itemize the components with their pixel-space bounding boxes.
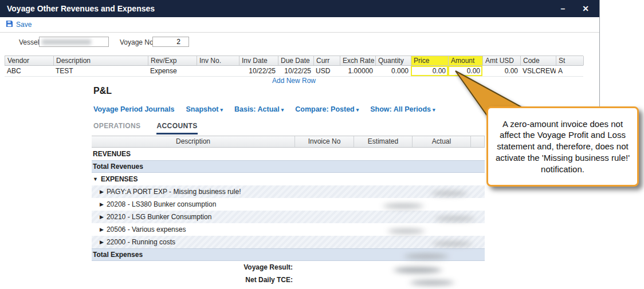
save-icon: [6, 20, 13, 29]
expand-icon[interactable]: ▶: [100, 214, 104, 220]
pnl-header-row: Description Invoice No Estimated Actual: [92, 136, 485, 148]
toolbar: Save: [0, 17, 599, 33]
pnl-title: P&L: [93, 86, 112, 96]
pnl-row-revenues: REVENUES: [92, 148, 485, 160]
column-header-quantity[interactable]: Quantity: [376, 56, 411, 65]
column-header-st[interactable]: St: [556, 56, 584, 65]
column-header-revexp[interactable]: Rev/Exp: [148, 56, 197, 65]
minimize-button[interactable]: –: [560, 0, 565, 17]
collapse-icon[interactable]: ▼: [93, 176, 98, 182]
column-header-price-highlighted[interactable]: Price: [411, 56, 449, 65]
column-header-exchrate[interactable]: Exch Rate: [340, 56, 376, 65]
pnl-column-invoiceno: Invoice No: [295, 136, 354, 147]
chevron-down-icon: ▾: [356, 107, 359, 113]
vessel-label: Vessel: [19, 38, 39, 46]
callout-text: A zero-amount invoice does not affect th…: [494, 118, 631, 175]
cell-amount-highlighted[interactable]: 0.00: [448, 66, 482, 76]
invoice-header-row: Vendor Description Rev/Exp Inv No. Inv D…: [5, 56, 583, 66]
cell-invdate[interactable]: 10/22/25: [239, 66, 278, 76]
tab-operations[interactable]: OPERATIONS: [93, 122, 140, 134]
cell-duedate[interactable]: 10/22/25: [278, 66, 313, 76]
chevron-down-icon: ▾: [281, 107, 284, 113]
column-header-invdate[interactable]: Inv Date: [239, 56, 278, 65]
cell-code[interactable]: VSLCREW: [520, 66, 556, 76]
menu-snapshot[interactable]: Snapshot▾: [186, 105, 222, 113]
column-header-vendor[interactable]: Vendor: [5, 56, 54, 65]
cell-revexp[interactable]: Expense: [148, 66, 197, 76]
cell-st[interactable]: A: [556, 66, 583, 76]
pnl-column-actual: Actual: [413, 136, 471, 147]
pnl-menu: Voyage Period Journals Snapshot▾ Basis: …: [93, 105, 435, 113]
cell-vendor[interactable]: ABC: [5, 66, 53, 76]
expand-icon[interactable]: ▶: [100, 227, 104, 232]
expand-icon[interactable]: ▶: [100, 201, 104, 207]
pnl-row-expenses[interactable]: ▼EXPENSES: [92, 173, 485, 185]
save-button[interactable]: Save: [6, 20, 32, 29]
pnl-row-total-revenues: Total Revenues: [92, 160, 485, 173]
voyage-no-input[interactable]: [152, 37, 189, 47]
column-header-amount-highlighted[interactable]: Amount: [449, 56, 483, 65]
app-window: Voyage Other Revenues and Expenses – ✕ S…: [0, 0, 600, 106]
column-header-curr[interactable]: Curr: [314, 56, 340, 65]
invoice-table: Vendor Description Rev/Exp Inv No. Inv D…: [5, 56, 583, 77]
expand-icon[interactable]: ▶: [100, 239, 104, 245]
callout: A zero-amount invoice does not affect th…: [486, 106, 639, 187]
pnl-tabs: OPERATIONS ACCOUNTS: [93, 122, 198, 134]
pnl-column-extra: [471, 136, 485, 147]
window-titlebar[interactable]: Voyage Other Revenues and Expenses – ✕: [0, 0, 599, 17]
cell-quantity[interactable]: 0.000: [375, 66, 411, 76]
cell-exchrate[interactable]: 1.00000: [340, 66, 375, 76]
pnl-column-estimated: Estimated: [354, 136, 413, 147]
invoice-row: ABC TEST Expense 10/22/25 10/22/25 USD 1…: [5, 66, 583, 77]
column-header-description[interactable]: Description: [54, 56, 148, 65]
form-row: Vessel Voyage No.: [0, 35, 599, 49]
window-title: Voyage Other Revenues and Expenses: [0, 4, 560, 13]
pnl-column-description: Description: [92, 136, 295, 147]
menu-voyage-period-journals[interactable]: Voyage Period Journals: [93, 105, 174, 113]
chevron-down-icon: ▾: [433, 107, 435, 113]
menu-basis-actual[interactable]: Basis: Actual▾: [234, 105, 284, 113]
vessel-input[interactable]: [39, 37, 109, 47]
redacted-values-blur: [363, 188, 485, 289]
column-header-amtusd[interactable]: Amt USD: [483, 56, 521, 65]
window-controls: – ✕: [560, 0, 599, 17]
add-new-row-link[interactable]: Add New Row: [5, 77, 583, 85]
tab-accounts[interactable]: ACCOUNTS: [156, 122, 197, 134]
cell-invno[interactable]: [197, 66, 239, 76]
chevron-down-icon: ▾: [220, 107, 223, 113]
vessel-value-blur: [42, 39, 91, 45]
cell-amtusd[interactable]: 0.00: [482, 66, 520, 76]
close-button[interactable]: ✕: [582, 0, 589, 17]
menu-compare-posted[interactable]: Compare: Posted▾: [295, 105, 359, 113]
expand-icon[interactable]: ▶: [100, 189, 104, 195]
column-header-invno[interactable]: Inv No.: [197, 56, 239, 65]
cell-price-highlighted[interactable]: 0.00: [411, 66, 448, 76]
cell-description[interactable]: TEST: [53, 66, 148, 76]
column-header-duedate[interactable]: Due Date: [278, 56, 314, 65]
voyage-no-label: Voyage No.: [120, 38, 155, 46]
cell-curr[interactable]: USD: [313, 66, 340, 76]
column-header-code[interactable]: Code: [521, 56, 556, 65]
save-label: Save: [16, 21, 32, 29]
menu-show-all-periods[interactable]: Show: All Periods▾: [370, 105, 435, 113]
